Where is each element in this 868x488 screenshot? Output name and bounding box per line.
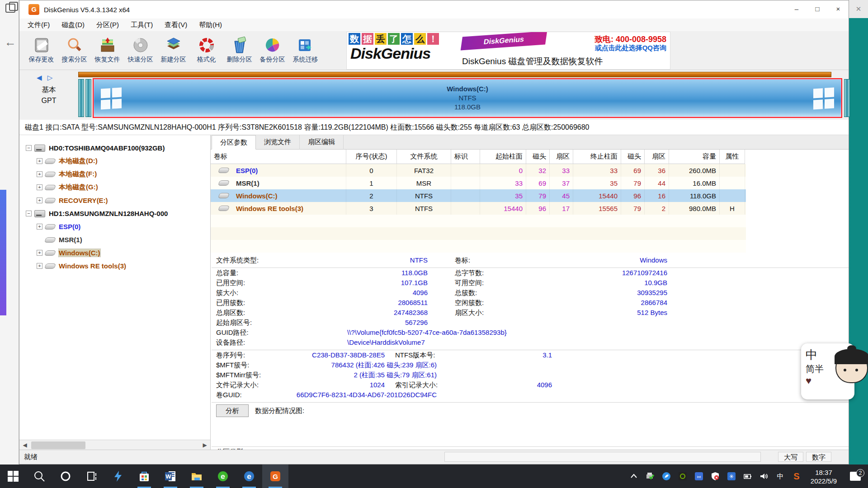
ime-language-indicator[interactable]: 中 (772, 465, 788, 488)
search-icon (66, 37, 83, 54)
ad-banner[interactable]: 数 据 丢 了 怎 么 ！ DiskGenius DiskGenius 致电: … (346, 32, 670, 70)
task-view-button[interactable] (79, 465, 105, 488)
format-button[interactable]: 格式化 (190, 31, 223, 69)
word-button[interactable]: W (157, 465, 184, 488)
system-migrate-button[interactable]: 系统迁移 (289, 31, 322, 69)
back-arrow-icon[interactable]: ← (5, 35, 16, 49)
maximize-button[interactable]: □ (807, 0, 828, 19)
intel-graphics-icon[interactable]: int (691, 465, 707, 488)
recover-files-button[interactable]: 恢复文件 (91, 31, 124, 69)
table-row[interactable]: Windows RE tools(3) 3NTFS 15440 9617 155… (211, 202, 746, 215)
edge-button[interactable]: e (236, 465, 262, 488)
delete-partition-button[interactable]: 删除分区 (223, 31, 256, 69)
nvidia-settings-icon[interactable] (675, 465, 691, 488)
menu-partition[interactable]: 分区(P) (96, 21, 119, 29)
tree-item-windows-c[interactable]: +Windows(C:) (19, 246, 210, 259)
trash-icon (231, 37, 248, 54)
tree-horizontal-scrollbar[interactable]: ◀ ▶ (19, 440, 210, 450)
tree-item-windows-re[interactable]: +Windows RE tools(3) (19, 259, 210, 272)
window-restore-icon[interactable] (5, 4, 15, 13)
taskbar-clock[interactable]: 18:37 2022/5/9 (805, 467, 843, 485)
start-button[interactable] (0, 465, 26, 488)
security-alert-icon[interactable] (707, 465, 723, 488)
diskgenius-taskbar-button[interactable]: G (262, 465, 288, 488)
scroll-left-icon[interactable]: ◀ (19, 440, 30, 450)
volume-icon[interactable] (756, 465, 772, 488)
close-button[interactable]: × (828, 0, 849, 19)
menu-help[interactable]: 帮助(H) (199, 21, 222, 29)
expand-icon[interactable]: + (37, 224, 42, 230)
tree-item-msr[interactable]: MSR(1) (19, 233, 210, 246)
quick-partition-button[interactable]: 快速分区 (124, 31, 157, 69)
minimize-button[interactable]: – (786, 0, 807, 19)
partition-block-windows-c[interactable]: Windows(C:) NTFS 118.0GB (93, 78, 842, 118)
ad-qq-link[interactable]: 或点击此处选择QQ咨询 (595, 44, 666, 52)
new-partition-button[interactable]: 新建分区 (157, 31, 190, 69)
scroll-right-icon[interactable]: ▶ (199, 440, 210, 450)
task-view-icon (86, 470, 98, 482)
table-row-selected[interactable]: Windows(C:) 2NTFS 35 7945 1544096 16118.… (211, 189, 746, 202)
menu-file[interactable]: 文件(F) (28, 21, 50, 29)
table-row-empty (211, 227, 746, 240)
menubar: 文件(F) 磁盘(D) 分区(P) 工具(T) 查看(V) 帮助(H) (19, 19, 849, 31)
svg-text:int: int (697, 475, 701, 479)
tree-item-local-d[interactable]: +本地磁盘(D:) (19, 155, 210, 168)
scrollbar-thumb[interactable] (31, 441, 85, 449)
expand-icon[interactable]: + (37, 184, 42, 190)
menu-disk[interactable]: 磁盘(D) (61, 21, 85, 29)
analyze-button[interactable]: 分析 (216, 404, 249, 417)
action-center-button[interactable]: 2 (843, 472, 868, 481)
collapse-icon[interactable]: − (26, 211, 32, 216)
menu-view[interactable]: 查看(V) (165, 21, 187, 29)
partition-block-re-tools[interactable] (844, 79, 850, 117)
disk-nav-arrows[interactable]: ◀ ▷ (37, 74, 54, 82)
tab-sector-edit[interactable]: 扇区编辑 (300, 135, 344, 150)
table-row[interactable]: ESP(0) 0FAT32 0 3233 3369 36260.0MB (211, 164, 746, 177)
tab-partition-params[interactable]: 分区参数 (212, 135, 256, 150)
snowflake-app-icon[interactable]: ✳ (723, 465, 740, 488)
recover-files-icon (99, 37, 116, 54)
tree-item-recovery-e[interactable]: +RECOVERY(E:) (19, 194, 210, 207)
collapse-icon[interactable]: − (26, 145, 32, 151)
file-explorer-button[interactable] (184, 465, 210, 488)
tree-item-local-g[interactable]: +本地磁盘(G:) (19, 181, 210, 194)
taskbar-search-button[interactable] (26, 465, 52, 488)
save-changes-button[interactable]: 保存更改 (25, 31, 58, 69)
svg-text:G: G (273, 473, 278, 480)
expand-icon[interactable]: + (37, 197, 42, 203)
partition-icon (218, 193, 230, 198)
microsoft-store-button[interactable] (131, 465, 157, 488)
format-donut-icon (198, 37, 215, 54)
tree-item-hd0[interactable]: −HD0:TOSHIBAMQ04ABF100(932GB) (19, 141, 210, 155)
tim-qq-icon[interactable] (658, 465, 675, 488)
device-path-value: \Device\HarddiskVolume7 (347, 338, 425, 346)
flash-app-button[interactable] (105, 465, 131, 488)
expand-icon[interactable]: + (37, 171, 42, 177)
green-browser-button[interactable]: e (210, 465, 236, 488)
background-close-icon[interactable]: ✕ (849, 0, 868, 18)
tree-item-local-f[interactable]: +本地磁盘(F:) (19, 168, 210, 181)
tab-browse-files[interactable]: 浏览文件 (256, 135, 300, 150)
tree-item-hd1[interactable]: −HD1:SAMSUNGMZNLN128HAHQ-000 (19, 207, 210, 220)
table-row-empty (211, 240, 746, 253)
cortana-button[interactable] (52, 465, 79, 488)
browser-e-icon: e (217, 470, 229, 482)
disk-type-label: 基本 GPT (33, 84, 65, 106)
ad-brand-text: DiskGenius (350, 45, 430, 62)
backup-partition-button[interactable]: 备份分区 (256, 31, 289, 69)
expand-icon[interactable]: + (37, 250, 42, 256)
tray-expand-icon[interactable] (626, 465, 642, 488)
menu-tools[interactable]: 工具(T) (131, 21, 153, 29)
search-partition-button[interactable]: 搜索分区 (58, 31, 91, 69)
tree-item-esp[interactable]: +ESP(0) (19, 220, 210, 233)
battery-icon[interactable] (740, 465, 756, 488)
printer-status-icon[interactable] (642, 465, 658, 488)
partition-detail-panel: 分区参数 浏览文件 扇区编辑 卷标序号(状态) 文件系统标识 起始柱面磁头 扇区… (211, 135, 849, 450)
table-row[interactable]: MSR(1) 1MSR 33 6937 3579 4416.0MB (211, 177, 746, 189)
expand-icon[interactable]: + (37, 263, 42, 269)
partition-block-esp[interactable] (78, 79, 84, 117)
pie-icon (264, 37, 281, 54)
expand-icon[interactable]: + (37, 158, 42, 164)
sogou-input-icon[interactable]: S (788, 465, 805, 488)
partition-block-msr[interactable] (85, 79, 91, 117)
